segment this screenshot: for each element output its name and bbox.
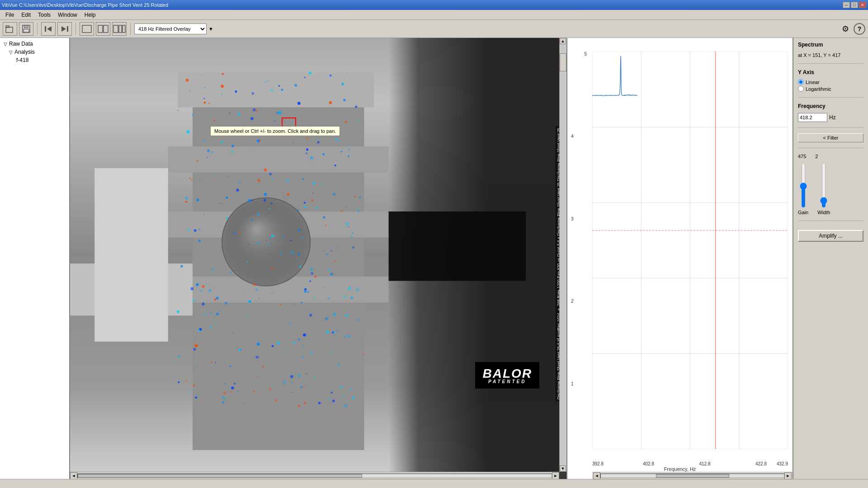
width-col: Width (817, 163, 830, 215)
scroll-thumb[interactable] (560, 53, 566, 71)
controls-panel: Spectrum at X = 151, Y = 417 Y Axis Line… (793, 38, 868, 479)
y-label-3: 3 (571, 216, 574, 221)
h-scroll-track[interactable] (77, 474, 552, 478)
svg-rect-13 (119, 25, 122, 33)
separator-5 (798, 221, 863, 221)
tree-expand-analysis-icon: ▽ (9, 50, 13, 55)
y-axis-log-label: Logarithmic (806, 86, 831, 92)
spectrum-scrollbar[interactable]: ◄ ► (592, 472, 793, 479)
tree-expand-icon: ▽ (4, 42, 7, 47)
statusbar (0, 479, 868, 488)
toolbar-compare-button[interactable] (112, 22, 127, 36)
menu-tools[interactable]: Tools (34, 11, 54, 19)
y-axis-log-option[interactable]: Logarithmic (798, 86, 863, 92)
toolbar-sep3 (130, 23, 131, 35)
separator-2 (798, 97, 863, 98)
spectrum-scroll-left[interactable]: ◄ (593, 472, 600, 479)
separator-4 (798, 148, 863, 148)
video-horizontal-scrollbar[interactable]: ◄ ► (70, 472, 559, 479)
toolbar-layout1-button[interactable] (80, 22, 94, 36)
y-axis-linear-label: Linear (806, 80, 820, 85)
tree-item-analysis[interactable]: ▽ Analysis (2, 48, 67, 56)
width-label: Width (817, 210, 830, 215)
svg-rect-12 (113, 25, 118, 33)
help-icon[interactable]: ? (854, 23, 865, 35)
video-tooltip: Mouse wheel or Ctrl +/- to zoom. Click a… (210, 126, 340, 136)
gain-label: Gain (798, 210, 808, 215)
frequency-unit: Hz (829, 114, 836, 121)
frequency-input[interactable] (798, 113, 827, 122)
scroll-track[interactable] (560, 44, 566, 465)
y-axis-log-radio[interactable] (798, 86, 804, 92)
x-label-4228: 422.8 (755, 461, 767, 466)
gain-width-values: 475 2 (798, 154, 863, 159)
gain-col: Gain (798, 163, 808, 215)
x-axis-title: Frequency, Hz (664, 466, 696, 472)
menu-window[interactable]: Window (54, 11, 81, 19)
y-label-2: 2 (571, 299, 574, 304)
titlebar-controls: ─ □ ✕ (843, 2, 866, 8)
tree-item-rawdata[interactable]: ▽ Raw Data (2, 40, 67, 48)
svg-marker-7 (61, 26, 66, 32)
balor-sub-text: PATENTED (482, 379, 532, 384)
y-label-4: 4 (571, 134, 574, 139)
y-axis-linear-radio[interactable] (798, 79, 804, 85)
toolbar-prev-button[interactable] (41, 22, 56, 36)
y-axis-linear-option[interactable]: Linear (798, 79, 863, 85)
h-scroll-thumb[interactable] (78, 474, 362, 478)
svg-rect-8 (67, 26, 68, 32)
svg-rect-3 (24, 25, 28, 28)
toolbar-next-button[interactable] (57, 22, 72, 36)
svg-rect-6 (45, 26, 46, 32)
svg-rect-0 (6, 27, 13, 33)
tooltip-text: Mouse wheel or Ctrl +/- to zoom. Click a… (214, 128, 336, 134)
x-label-4128: 412.8 (699, 461, 710, 466)
video-vertical-scrollbar[interactable]: ▲ ▼ (559, 38, 566, 472)
svg-marker-5 (47, 26, 52, 32)
menu-file[interactable]: File (2, 11, 18, 19)
maximize-button[interactable]: □ (851, 2, 858, 8)
close-button[interactable]: ✕ (859, 2, 866, 8)
svg-rect-9 (82, 25, 91, 33)
scroll-right-button[interactable]: ► (552, 472, 559, 479)
menu-help[interactable]: Help (81, 11, 99, 19)
tree-item-f418[interactable]: f-418 (2, 56, 67, 64)
scroll-left-button[interactable]: ◄ (70, 472, 77, 479)
amplify-button[interactable]: Amplify ... (798, 230, 863, 242)
frequency-input-row: Hz (798, 113, 863, 122)
tree-f418-label: f-418 (16, 57, 28, 63)
toolbar-sep1 (37, 23, 38, 35)
y-label-1: 1 (571, 381, 574, 386)
spectrum-h-thumb[interactable] (656, 474, 729, 478)
width-slider[interactable] (819, 163, 828, 208)
image-panel[interactable]: Mouse wheel or Ctrl +/- to zoom. Click a… (70, 38, 567, 479)
overlay-select[interactable]: 418 Hz Filtered Overlay Raw Data None (134, 23, 207, 34)
spectrum-h-track[interactable] (600, 474, 784, 478)
titlebar-title: VibVue C:\Users\tvs\Desktop\VibVue\Disch… (2, 2, 168, 8)
tree-root: ▽ Raw Data ▽ Analysis f-418 (0, 38, 69, 66)
toolbar-layout2-button[interactable] (96, 22, 110, 36)
chart-panel: 5 4 3 2 1 (567, 38, 793, 479)
settings-icon[interactable]: ⚙ (839, 23, 852, 35)
toolbar-open-button[interactable] (3, 22, 17, 36)
y-axis-section-label: Y Axis (798, 69, 863, 75)
tree-rawdata-label: Raw Data (9, 41, 33, 47)
dropdown-arrow-icon: ▼ (208, 26, 213, 32)
gain-slider[interactable] (799, 163, 808, 208)
minimize-button[interactable]: ─ (843, 2, 850, 8)
scroll-down-button[interactable]: ▼ (560, 465, 566, 472)
svg-rect-4 (24, 29, 29, 32)
frequency-section-label: Frequency (798, 103, 863, 109)
balor-logo: BALOR PATENTED (475, 362, 539, 389)
titlebar: VibVue C:\Users\tvs\Desktop\VibVue\Disch… (0, 0, 868, 10)
width-value: 2 (815, 154, 818, 159)
scroll-up-button[interactable]: ▲ (560, 38, 566, 44)
toolbar-save-button[interactable] (19, 22, 33, 36)
spectrum-section-label: Spectrum (798, 42, 863, 48)
menu-edit[interactable]: Edit (18, 11, 34, 19)
filter-button[interactable]: < Filter (798, 133, 863, 142)
x-label-4329: 432.9 (777, 461, 788, 466)
svg-rect-14 (123, 25, 125, 33)
spectrum-scroll-right[interactable]: ► (784, 472, 792, 479)
overlay-dropdown: 418 Hz Filtered Overlay Raw Data None ▼ (134, 23, 213, 34)
